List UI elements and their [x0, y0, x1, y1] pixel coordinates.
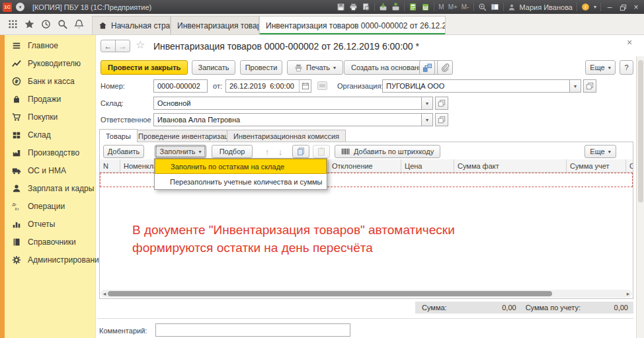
more-button[interactable]: Еще▾ — [585, 60, 616, 75]
warehouse-input[interactable]: Основной — [153, 97, 422, 110]
column-n[interactable]: N — [100, 159, 120, 173]
sidebar-item-warehouse[interactable]: Склад — [5, 126, 95, 144]
add-button[interactable]: Добавить — [103, 145, 144, 158]
paperclip-icon — [440, 63, 450, 72]
date-calendar-button[interactable] — [299, 80, 311, 92]
minimize-button[interactable]: – — [605, 3, 614, 12]
grid-more-button[interactable]: Еще▾ — [584, 145, 616, 158]
section-sidebar: Главное Руководителю ₽Банк и касса Прода… — [0, 35, 96, 338]
group-separator — [97, 318, 633, 319]
memory-mminus-button[interactable]: M- — [462, 3, 469, 11]
sidebar-item-production[interactable]: Производство — [5, 144, 95, 161]
system-menu-button[interactable]: ▾ — [16, 3, 24, 11]
user-icon — [508, 3, 516, 11]
favorites-icon[interactable] — [24, 19, 34, 29]
h-scrollbar-track[interactable]: ◂ ▸ — [101, 290, 632, 298]
move-down-button[interactable]: ↓ — [275, 146, 286, 159]
org-input[interactable]: ПУГОВИЦА ООО — [382, 79, 570, 93]
column-account[interactable]: Счет учета — [626, 159, 633, 173]
h-scrollbar-thumb[interactable] — [108, 291, 552, 296]
scroll-left-icon[interactable]: ◂ — [101, 290, 108, 298]
file-download-icon[interactable] — [391, 3, 400, 11]
org-open-button[interactable] — [583, 79, 596, 93]
zoom-icon[interactable] — [478, 3, 487, 11]
warehouse-dropdown-button[interactable]: ▾ — [421, 97, 433, 110]
menu-item-fill-by-stock[interactable]: Заполнить по остаткам на складе — [155, 159, 327, 174]
tab-inventory-list[interactable]: Инвентаризация товаров × — [171, 16, 259, 34]
print-icon[interactable] — [349, 3, 358, 11]
sidebar-item-hr[interactable]: Зарплата и кадры — [5, 179, 95, 197]
add-by-barcode-button[interactable]: Добавить по штрихкоду — [335, 145, 440, 158]
sidebar-item-reports[interactable]: Отчеты — [5, 215, 95, 233]
history-icon[interactable] — [41, 19, 51, 29]
move-up-button[interactable]: ↑ — [262, 146, 272, 159]
sidebar-item-bank[interactable]: ₽Банк и касса — [5, 72, 95, 90]
apps-menu-icon[interactable] — [8, 19, 18, 29]
close-button[interactable]: × — [631, 3, 641, 12]
restore-button[interactable] — [618, 3, 627, 11]
calendar-icon[interactable]: 31 — [421, 3, 430, 11]
column-price[interactable]: Цена — [401, 159, 454, 173]
sidebar-item-os-nma[interactable]: ОС и НМА — [5, 161, 95, 179]
sidebar-item-purchases[interactable]: Покупки — [5, 108, 95, 126]
copy-button[interactable] — [292, 145, 309, 158]
sidebar-item-manager[interactable]: Руководителю — [5, 54, 95, 72]
calculator-icon[interactable] — [409, 3, 417, 11]
comment-input[interactable] — [155, 323, 350, 337]
date-extra-icon[interactable] — [317, 81, 327, 90]
sidebar-item-operations[interactable]: ДтКтОперации — [5, 197, 95, 215]
open-link-icon — [438, 99, 446, 107]
info-icon[interactable]: i — [581, 3, 590, 11]
save-icon[interactable] — [337, 3, 345, 11]
sidebar-item-sales[interactable]: Продажи — [5, 90, 95, 108]
responsible-open-button[interactable] — [435, 113, 448, 126]
paste-button[interactable] — [313, 145, 330, 158]
column-deviation[interactable]: Отклонение — [329, 159, 401, 173]
write-button[interactable]: Записать — [192, 60, 235, 75]
column-sum-fact[interactable]: Сумма факт — [454, 159, 567, 173]
annotation-line-2: формируются остатки на день пересчёта — [132, 239, 455, 257]
tab-home[interactable]: Начальная страница — [92, 16, 171, 34]
number-input[interactable]: 0000-000002 — [153, 79, 208, 93]
menu-item-refill-quantities[interactable]: Перезаполнить учетные количества и суммы — [155, 174, 327, 189]
responsible-dropdown-button[interactable]: ▾ — [421, 113, 433, 126]
tab-goods[interactable]: Товары — [99, 129, 138, 142]
warehouse-open-button[interactable] — [435, 97, 448, 110]
related-documents-button[interactable] — [419, 60, 435, 75]
forward-button[interactable]: → — [115, 40, 130, 52]
sidebar-item-administration[interactable]: Администрирование — [5, 251, 95, 269]
attachments-button[interactable] — [437, 60, 453, 75]
warehouse-label: Склад: — [101, 97, 124, 110]
v-scrollbar-track[interactable] — [636, 56, 644, 338]
column-sum-account[interactable]: Сумма учет — [567, 159, 626, 173]
print-button[interactable]: Печать▾ — [287, 60, 343, 75]
help-button[interactable]: ? — [620, 60, 633, 75]
sidebar-item-main[interactable]: Главное — [5, 36, 95, 54]
tab-inventory-commission[interactable]: Инвентаризационная комиссия — [227, 130, 346, 142]
doc-close-icon[interactable]: × — [627, 37, 632, 48]
sidebar-item-catalogs[interactable]: Справочники — [5, 233, 95, 251]
post-button[interactable]: Провести — [240, 60, 282, 75]
back-button[interactable]: ← — [101, 40, 116, 52]
scroll-right-icon[interactable]: ▸ — [625, 290, 631, 298]
factory-icon — [12, 148, 21, 157]
svg-text:₽: ₽ — [15, 78, 18, 84]
split-window-icon[interactable] — [491, 3, 499, 11]
notifications-icon[interactable] — [74, 19, 84, 29]
fill-button[interactable]: Заполнить▾ — [155, 145, 206, 158]
memory-m-button[interactable]: M — [438, 3, 444, 11]
org-dropdown-button[interactable]: ▾ — [569, 79, 581, 93]
v-scrollbar-thumb[interactable] — [638, 60, 643, 202]
favorite-star-icon[interactable]: ☆ — [136, 38, 145, 51]
post-and-close-button[interactable]: Провести и закрыть — [101, 60, 188, 75]
bar-chart-icon — [12, 220, 21, 229]
titlebar-caret-icon[interactable]: ▾ — [594, 4, 596, 10]
tab-inventory-doc[interactable]: Инвентаризация товаров 0000-000002 от 26… — [259, 16, 446, 34]
print-preview-icon[interactable] — [362, 3, 370, 11]
file-upload-icon[interactable] — [379, 3, 387, 11]
user-name[interactable]: Мария Иванова — [520, 3, 573, 11]
memory-mplus-button[interactable]: M+ — [448, 3, 458, 11]
search-icon[interactable] — [58, 19, 67, 29]
responsible-input[interactable]: Иванова Алла Петровна — [153, 113, 422, 126]
pick-button[interactable]: Подбор — [212, 145, 253, 158]
